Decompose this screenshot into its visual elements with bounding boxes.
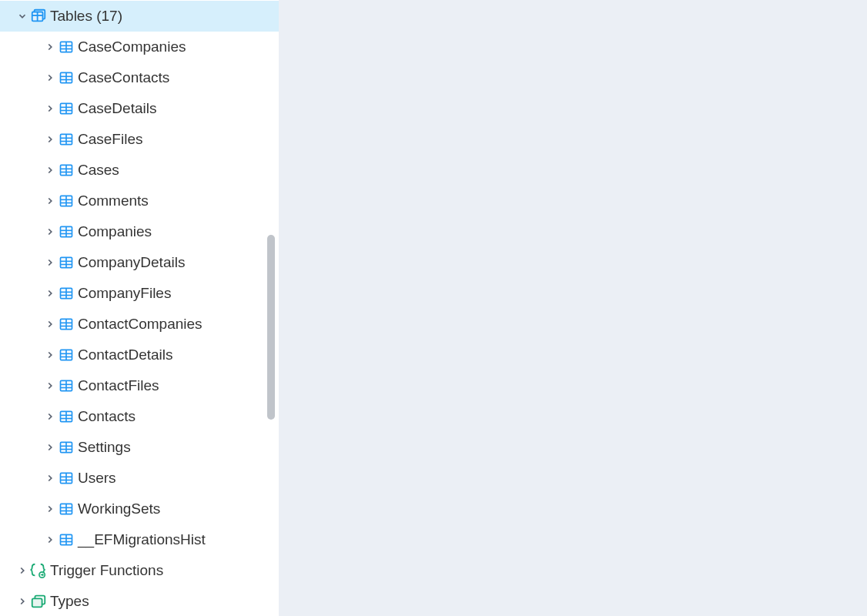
object-tree: Tables (17) CaseCompanies CaseContacts — [0, 0, 279, 616]
tree-node-table[interactable]: ContactCompanies — [0, 309, 279, 340]
tree-node-types[interactable]: Types — [0, 586, 279, 616]
chevron-right-icon[interactable] — [43, 317, 57, 331]
main-content-empty — [279, 0, 867, 616]
tree-node-table[interactable]: Companies — [0, 216, 279, 247]
sidebar-scrollbar[interactable] — [266, 0, 276, 616]
table-name: Cases — [78, 162, 119, 179]
table-icon — [57, 99, 75, 118]
tree-node-table[interactable]: Contacts — [0, 401, 279, 432]
table-icon — [57, 130, 75, 149]
table-name: __EFMigrationsHist — [78, 531, 206, 548]
types-icon — [29, 592, 48, 611]
table-icon — [57, 377, 75, 395]
table-name: Companies — [78, 223, 152, 240]
tree-node-table[interactable]: __EFMigrationsHist — [0, 524, 279, 555]
tree-node-table[interactable]: CaseCompanies — [0, 32, 279, 62]
tree-node-tables-folder[interactable]: Tables (17) — [0, 1, 279, 32]
tree-node-table[interactable]: Settings — [0, 432, 279, 463]
chevron-right-icon[interactable] — [43, 256, 57, 270]
table-name: CaseContacts — [78, 69, 169, 86]
chevron-down-icon[interactable] — [15, 9, 29, 23]
tree-node-table[interactable]: CompanyDetails — [0, 247, 279, 278]
chevron-right-icon[interactable] — [43, 502, 57, 516]
table-name: CompanyFiles — [78, 285, 171, 302]
types-label: Types — [50, 593, 89, 610]
app: Tables (17) CaseCompanies CaseContacts — [0, 0, 867, 616]
chevron-right-icon[interactable] — [43, 40, 57, 54]
table-icon — [57, 223, 75, 241]
trigger-functions-label: Trigger Functions — [50, 562, 163, 579]
table-icon — [57, 161, 75, 179]
chevron-right-icon[interactable] — [43, 102, 57, 116]
table-icon — [57, 531, 75, 549]
table-icon — [57, 438, 75, 457]
tree-node-table[interactable]: CaseFiles — [0, 124, 279, 155]
table-icon — [57, 284, 75, 303]
table-name: Contacts — [78, 408, 136, 425]
table-icon — [57, 407, 75, 426]
object-explorer-sidebar: Tables (17) CaseCompanies CaseContacts — [0, 0, 279, 616]
tree-node-table[interactable]: ContactDetails — [0, 340, 279, 370]
table-name: ContactFiles — [78, 377, 159, 394]
table-name: ContactDetails — [78, 346, 173, 363]
table-name: ContactCompanies — [78, 316, 203, 333]
tree-node-table[interactable]: Cases — [0, 155, 279, 186]
chevron-right-icon[interactable] — [43, 163, 57, 177]
table-name: CaseDetails — [78, 100, 156, 117]
tree-node-table[interactable]: CaseContacts — [0, 62, 279, 93]
trigger-functions-icon — [29, 561, 48, 580]
table-icon — [57, 346, 75, 364]
tables-folder-label: Tables (17) — [50, 8, 122, 25]
chevron-right-icon[interactable] — [43, 379, 57, 393]
table-name: Settings — [78, 439, 131, 456]
table-icon — [57, 315, 75, 333]
table-name: CompanyDetails — [78, 254, 185, 271]
chevron-right-icon[interactable] — [43, 440, 57, 454]
table-name: CaseFiles — [78, 131, 142, 148]
table-name: Comments — [78, 192, 149, 209]
table-icon — [57, 500, 75, 518]
scrollbar-thumb[interactable] — [267, 235, 275, 420]
table-name: WorkingSets — [78, 500, 160, 517]
table-name: CaseCompanies — [78, 38, 186, 55]
tree-node-table[interactable]: CompanyFiles — [0, 278, 279, 309]
chevron-right-icon[interactable] — [43, 533, 57, 547]
chevron-right-icon[interactable] — [43, 348, 57, 362]
chevron-right-icon[interactable] — [43, 194, 57, 208]
tree-node-table[interactable]: WorkingSets — [0, 494, 279, 524]
chevron-right-icon[interactable] — [43, 225, 57, 239]
table-icon — [57, 69, 75, 87]
chevron-right-icon[interactable] — [15, 594, 29, 608]
chevron-right-icon[interactable] — [15, 564, 29, 578]
table-icon — [57, 253, 75, 272]
table-name: Users — [78, 470, 116, 487]
tree-node-table[interactable]: Users — [0, 463, 279, 494]
table-icon — [57, 192, 75, 210]
tables-stack-icon — [29, 7, 48, 25]
tree-node-table[interactable]: ContactFiles — [0, 370, 279, 401]
tree-node-table[interactable]: Comments — [0, 186, 279, 216]
chevron-right-icon[interactable] — [43, 471, 57, 485]
tree-node-trigger-functions[interactable]: Trigger Functions — [0, 555, 279, 586]
tree-node-table[interactable]: CaseDetails — [0, 93, 279, 124]
chevron-right-icon[interactable] — [43, 410, 57, 424]
table-icon — [57, 38, 75, 56]
chevron-right-icon[interactable] — [43, 71, 57, 85]
chevron-right-icon[interactable] — [43, 286, 57, 300]
svg-rect-74 — [32, 598, 42, 607]
chevron-right-icon[interactable] — [43, 132, 57, 146]
table-icon — [57, 469, 75, 487]
